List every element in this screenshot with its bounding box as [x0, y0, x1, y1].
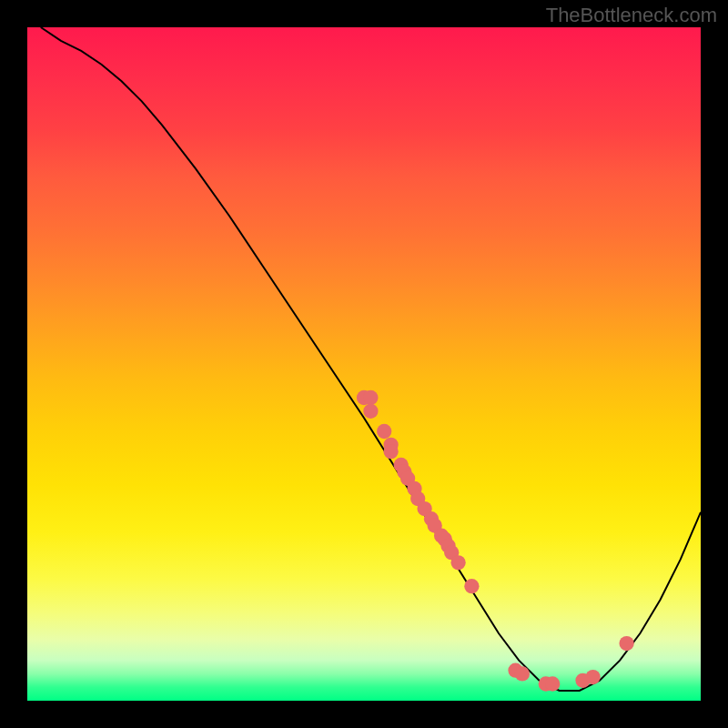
- data-point: [377, 424, 391, 439]
- data-points-group: [357, 390, 634, 692]
- data-point: [585, 670, 600, 684]
- data-point: [363, 390, 378, 405]
- data-point: [619, 636, 633, 651]
- bottleneck-curve: [41, 27, 701, 691]
- data-point: [464, 579, 479, 593]
- data-point: [363, 404, 378, 419]
- data-point: [545, 676, 560, 691]
- data-point: [450, 555, 465, 570]
- chart-plot-area: [27, 27, 701, 701]
- watermark-text: TheBottleneck.com: [546, 4, 717, 27]
- chart-svg: [27, 27, 701, 701]
- data-point: [383, 444, 398, 459]
- data-point: [515, 666, 530, 681]
